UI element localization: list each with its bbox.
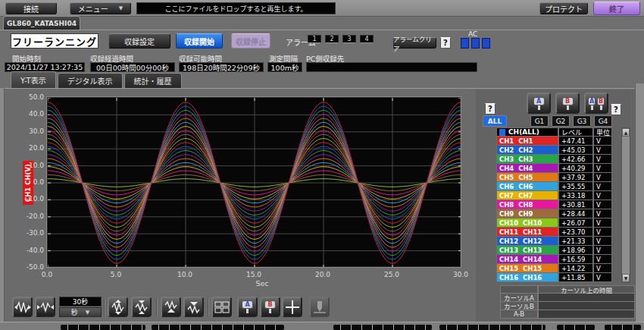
channel-name: CH5 CH5 bbox=[496, 173, 558, 182]
table-row[interactable]: CH3 CH3+42.66V bbox=[496, 155, 621, 164]
table-row[interactable]: CH15 CH15+14.22V bbox=[496, 264, 621, 273]
group-help-button[interactable]: ? bbox=[485, 103, 496, 115]
scroll-up-icon[interactable]: ▲ bbox=[622, 128, 630, 137]
cursor-ab-toggle-button[interactable]: A B bbox=[584, 93, 608, 114]
connect-label: 接続 bbox=[23, 3, 39, 14]
waveform-compress-icon bbox=[14, 301, 31, 313]
digital-values-button[interactable] bbox=[211, 297, 232, 317]
header-channel: CH(ALL) bbox=[496, 127, 558, 137]
channel-level: +26.07 bbox=[558, 218, 593, 228]
channel-table-scrollbar[interactable]: ▲ ▼ bbox=[621, 127, 630, 283]
selection-marker-icon bbox=[499, 129, 505, 136]
channel-level: +18.96 bbox=[558, 246, 593, 255]
cursor-row-label: カーソルB bbox=[500, 302, 538, 310]
exit-button[interactable]: 終了 bbox=[593, 2, 640, 15]
channel-unit: V bbox=[593, 237, 612, 246]
channel-level: +28.44 bbox=[558, 209, 593, 218]
time-compress-button[interactable] bbox=[12, 297, 33, 317]
table-row[interactable]: CH1 CH1+47.41V bbox=[496, 137, 621, 146]
time-unit-select[interactable]: 秒 ▼ bbox=[59, 307, 102, 317]
channel-name: CH12 CH12 bbox=[496, 237, 558, 246]
table-row[interactable]: CH11 CH11+23.70V bbox=[496, 228, 621, 237]
cursor-b-toggle-button[interactable]: B bbox=[555, 93, 580, 114]
record-settings-button[interactable]: 収録設定 bbox=[108, 33, 170, 49]
channel-unit: V bbox=[593, 228, 612, 237]
channel-name: CH11 CH11 bbox=[496, 228, 558, 237]
group-tab-g4[interactable]: G4 bbox=[594, 115, 612, 127]
waveform-expand-icon bbox=[37, 301, 54, 313]
cursor-help-button[interactable]: ? bbox=[611, 104, 621, 115]
channel-level: +42.66 bbox=[558, 155, 593, 164]
table-row[interactable]: CH13 CH13+18.96V bbox=[496, 246, 621, 255]
group-tab-g3[interactable]: G3 bbox=[573, 115, 591, 127]
protect-button[interactable]: プロテクト bbox=[539, 2, 588, 14]
x-tick-label: 0.0 bbox=[35, 271, 59, 278]
crosshair-button[interactable] bbox=[282, 297, 302, 317]
record-start-button[interactable]: 収録開始 bbox=[176, 33, 223, 49]
group-tab-all[interactable]: ALL bbox=[483, 115, 507, 127]
position-up-button[interactable] bbox=[161, 297, 181, 317]
amplitude-expand-button[interactable] bbox=[108, 297, 128, 317]
x-axis-unit-label: Sec bbox=[247, 279, 277, 288]
table-row[interactable]: CH16 CH16+11.85V bbox=[496, 273, 621, 282]
alarm-indicator-1: 1 bbox=[308, 35, 321, 43]
waveform-canvas[interactable] bbox=[48, 98, 461, 268]
cursor-a-button[interactable]: A bbox=[237, 297, 258, 317]
mark-stamp-button[interactable] bbox=[309, 297, 330, 317]
cursor-row-label: A-B bbox=[500, 310, 538, 319]
record-stop-button[interactable]: 収録停止 bbox=[231, 33, 270, 49]
table-row[interactable]: CH6 CH6+35.55V bbox=[496, 182, 621, 191]
alarm-help-button[interactable]: ? bbox=[440, 37, 451, 49]
table-row[interactable]: CH7 CH7+33.18V bbox=[496, 191, 621, 200]
cursor-b-button[interactable]: B bbox=[260, 297, 280, 317]
amplitude-compress-button[interactable] bbox=[131, 297, 152, 317]
tab-yt[interactable]: Y-T表示 bbox=[11, 71, 56, 88]
file-drop-zone[interactable]: ここにファイルをドロップすると再生します。 bbox=[136, 2, 336, 14]
scrollbar-track[interactable] bbox=[622, 137, 630, 274]
cursor-row-value bbox=[538, 302, 635, 310]
chevron-down-icon: ▼ bbox=[119, 5, 123, 11]
cursor-time-table: カーソル上の時間 カーソルAカーソルBA-B bbox=[500, 285, 641, 319]
toolbar-separator bbox=[156, 298, 158, 316]
table-row[interactable]: CH4 CH4+40.29V bbox=[496, 164, 621, 173]
y-tick-label: 0.0 bbox=[15, 178, 44, 186]
bottom-strip-segment bbox=[152, 325, 284, 330]
channel-name: CH8 CH8 bbox=[496, 200, 558, 209]
table-row[interactable]: CH12 CH12+21.33V bbox=[496, 237, 621, 246]
waveform-plot[interactable] bbox=[47, 97, 461, 267]
y-tick-label: -20.0 bbox=[15, 212, 44, 220]
bottom-strip-segment bbox=[605, 325, 641, 330]
table-row[interactable]: CH8 CH8+30.81V bbox=[496, 200, 621, 209]
group-tab-g2[interactable]: G2 bbox=[552, 115, 570, 127]
cursor-a-toggle-button[interactable]: A bbox=[527, 93, 551, 114]
cursor-a-icon: A bbox=[242, 300, 253, 313]
y-tick-label: 50.0 bbox=[15, 93, 44, 101]
group-tab-g1[interactable]: G1 bbox=[530, 115, 549, 127]
table-row[interactable]: CH2 CH2+45.03V bbox=[496, 146, 621, 155]
x-tick-label: 20.0 bbox=[311, 271, 335, 278]
menu-button[interactable]: メニュー ▼ bbox=[70, 2, 131, 14]
connect-button[interactable]: 接続 bbox=[5, 2, 57, 14]
position-down-button[interactable] bbox=[183, 297, 204, 317]
cursor-a-icon: A bbox=[533, 97, 545, 110]
scroll-down-icon[interactable]: ▼ bbox=[622, 274, 630, 282]
channel-name: CH13 CH13 bbox=[496, 246, 558, 255]
tab-stats[interactable]: 統計・履歴 bbox=[124, 73, 182, 88]
table-row[interactable]: CH9 CH9+28.44V bbox=[496, 209, 621, 218]
time-expand-button[interactable] bbox=[35, 297, 55, 317]
alarm-clear-button[interactable]: アラームクリア bbox=[392, 37, 436, 49]
device-window-tab[interactable]: GL860_KATASHI04 bbox=[3, 16, 80, 30]
alarm-clear-label: アラームクリア bbox=[393, 34, 436, 52]
table-row[interactable]: CH10 CH10+26.07V bbox=[496, 218, 621, 228]
table-row[interactable]: CH5 CH5+37.92V bbox=[496, 173, 621, 182]
channel-level: +35.55 bbox=[558, 182, 593, 191]
tab-digital[interactable]: デジタル表示 bbox=[58, 73, 123, 88]
table-row[interactable]: CH14 CH14+16.59V bbox=[496, 255, 621, 264]
crosshair-icon bbox=[286, 300, 299, 314]
channel-level: +30.81 bbox=[558, 200, 593, 209]
channel-unit: V bbox=[593, 209, 612, 218]
capture-status-box: フリーランニング bbox=[11, 33, 98, 49]
elapsed-time-text: 00日00時間00分00秒 bbox=[96, 62, 169, 73]
channel-unit: V bbox=[593, 137, 612, 146]
control-bar: フリーランニング 収録設定 収録開始 収録停止 アラーム 1234 アラームクリ… bbox=[0, 30, 644, 72]
